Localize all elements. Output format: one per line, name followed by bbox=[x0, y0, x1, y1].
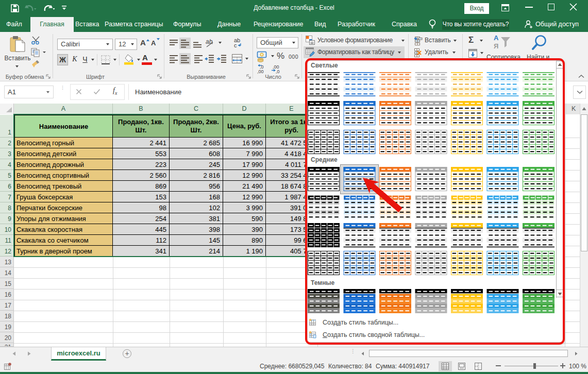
svg-text:ab: ab bbox=[206, 38, 213, 45]
svg-text:c: c bbox=[234, 42, 237, 48]
